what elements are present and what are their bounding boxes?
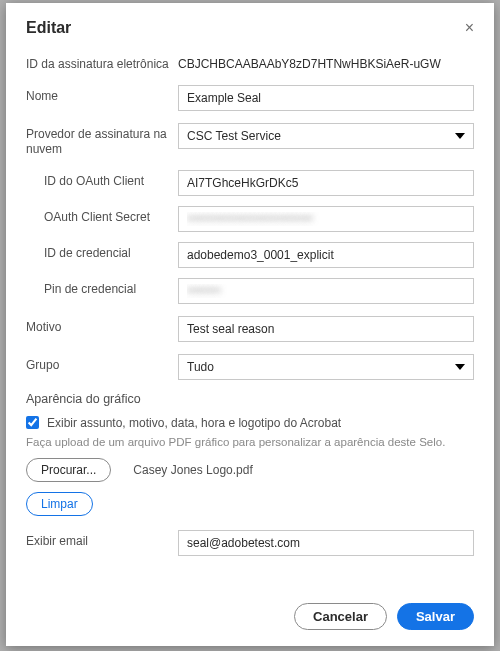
appearance-checkbox-row: Exibir assunto, motivo, data, hora e log… [26,416,474,430]
reason-label: Motivo [26,316,178,336]
save-button[interactable]: Salvar [397,603,474,630]
provider-label: Provedor de assinatura na nuvem [26,123,178,158]
dialog-body: ID da assinatura eletrônica CBJCHBCAABAA… [6,49,494,593]
row-name: Nome [26,85,474,111]
dialog-title: Editar [26,19,71,37]
row-cred-id: ID de credencial [26,242,474,268]
show-subject-label: Exibir assunto, motivo, data, hora e log… [47,416,341,430]
upload-hint: Faça upload de um arquivo PDF gráfico pa… [26,436,474,448]
cred-pin-label: Pin de credencial [26,278,178,298]
esig-id-value: CBJCHBCAABAAbY8zD7HTNwHBKSiAeR-uGW [178,53,474,71]
cred-id-input[interactable] [178,242,474,268]
email-label: Exibir email [26,530,178,550]
row-group: Grupo Tudo [26,354,474,380]
row-reason: Motivo [26,316,474,342]
oauth-id-input[interactable] [178,170,474,196]
clear-button[interactable]: Limpar [26,492,93,516]
dialog-footer: Cancelar Salvar [6,593,494,646]
show-subject-checkbox[interactable] [26,416,39,429]
group-select[interactable]: Tudo [178,354,474,380]
oauth-secret-input[interactable] [178,206,474,232]
row-esig-id: ID da assinatura eletrônica CBJCHBCAABAA… [26,53,474,73]
provider-select[interactable]: CSC Test Service [178,123,474,149]
dialog-header: Editar × [6,3,494,49]
file-row: Procurar... Casey Jones Logo.pdf [26,458,474,482]
row-provider: Provedor de assinatura na nuvem CSC Test… [26,123,474,158]
row-email: Exibir email [26,530,474,556]
browse-button[interactable]: Procurar... [26,458,111,482]
name-input[interactable] [178,85,474,111]
cancel-button[interactable]: Cancelar [294,603,387,630]
row-oauth-id: ID do OAuth Client [26,170,474,196]
reason-input[interactable] [178,316,474,342]
cred-pin-input[interactable] [178,278,474,304]
uploaded-file-name: Casey Jones Logo.pdf [133,463,252,477]
oauth-id-label: ID do OAuth Client [26,170,178,190]
oauth-secret-label: OAuth Client Secret [26,206,178,226]
cred-id-label: ID de credencial [26,242,178,262]
edit-dialog: Editar × ID da assinatura eletrônica CBJ… [6,3,494,646]
row-cred-pin: Pin de credencial [26,278,474,304]
appearance-section-title: Aparência do gráfico [26,392,474,406]
row-oauth-secret: OAuth Client Secret [26,206,474,232]
esig-id-label: ID da assinatura eletrônica [26,53,178,73]
email-input[interactable] [178,530,474,556]
close-icon[interactable]: × [465,20,474,36]
group-label: Grupo [26,354,178,374]
name-label: Nome [26,85,178,105]
